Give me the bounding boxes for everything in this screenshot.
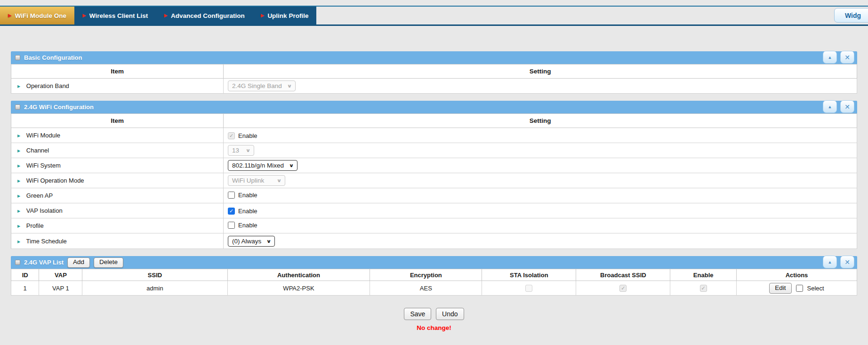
basic-configuration-table: Item Setting ▶ Operation Band 2.4G Singl… [11,64,857,94]
chevron-down-icon: ∨ [277,178,282,183]
column-header-setting: Setting [224,64,857,79]
vap-enable-checkbox[interactable]: ✓ [700,285,707,292]
footer-actions: Save Undo [11,308,857,320]
select-value: WiFi Uplink [232,177,264,184]
chevron-down-icon: ∨ [246,148,251,153]
row-bullet-icon: ▶ [17,149,20,153]
close-icon: ✕ [844,103,850,111]
row-bullet-icon: ▶ [17,84,20,88]
select-value: 802.11b/g/n Mixed [232,162,284,169]
row-bullet-icon: ▶ [17,209,20,213]
vap-isolation-enable-checkbox[interactable]: ✓ [228,208,235,215]
select-value: 2.4G Single Band [232,82,282,89]
channel-select[interactable]: 13 ∨ [228,145,254,156]
edit-vap-button[interactable]: Edit [769,283,791,294]
delete-vap-button[interactable]: Delete [94,257,123,268]
chevron-down-icon: ∨ [287,83,292,88]
select-vap-checkbox[interactable] [796,285,803,292]
section-square-icon [15,104,20,110]
row-label-profile: Profile [26,222,44,229]
checkmark-icon: ✓ [229,209,233,214]
column-header-item: Item [11,114,224,128]
green-ap-enable-checkbox[interactable] [228,192,235,199]
tab-uplink-profile[interactable]: ▶ Uplink Profile [253,7,317,24]
checkbox-label: Enable [238,132,257,139]
table-row: ▶ WiFi Module ✓ Enable [11,128,857,143]
tab-arrow-icon: ▶ [164,13,168,18]
column-header-encryption: Encryption [370,269,482,281]
section-vap-list: 2.4G VAP List Add Delete ▲ ✕ ID VAP SSID… [11,256,857,296]
sta-isolation-checkbox[interactable] [525,285,532,292]
table-row: ▶ Operation Band 2.4G Single Band ∨ [11,79,857,94]
collapse-section-button[interactable]: ▲ [823,256,837,268]
tab-arrow-icon: ▶ [8,13,12,18]
close-section-button[interactable]: ✕ [840,51,854,64]
chevron-down-icon: ∨ [289,163,294,168]
row-label-wifi-system: WiFi System [26,162,61,169]
tab-wifi-module-one[interactable]: ▶ WiFi Module One [0,7,74,24]
section-header-vap-list: 2.4G VAP List Add Delete ▲ ✕ [11,256,857,269]
checkmark-icon: ✓ [701,286,706,291]
column-header-setting: Setting [224,114,857,128]
table-row: ▶ Green AP Enable [11,188,857,203]
close-section-button[interactable]: ✕ [840,100,854,113]
section-basic-configuration: Basic Configuration ▲ ✕ Item Setting ▶ O… [11,51,857,94]
column-header-vap: VAP [39,269,82,281]
row-bullet-icon: ▶ [17,240,20,244]
column-header-id: ID [11,269,39,281]
top-navigation-bar: ▶ WiFi Module One ▶ Wireless Client List… [0,6,868,26]
row-label-vap-isolation: VAP Isolation [26,207,63,214]
cell-authentication: WPA2-PSK [227,281,370,296]
row-label-green-ap: Green AP [26,192,53,199]
tab-wireless-client-list[interactable]: ▶ Wireless Client List [74,7,156,24]
section-wifi-configuration: 2.4G WiFi Configuration ▲ ✕ Item Setting… [11,101,857,249]
broadcast-ssid-checkbox[interactable]: ✓ [619,285,627,292]
wifi-operation-mode-select[interactable]: WiFi Uplink ∨ [228,175,285,186]
close-section-button[interactable]: ✕ [840,256,854,268]
widget-button[interactable]: Widg [834,8,868,23]
column-header-enable: Enable [670,269,737,281]
select-checkbox-label: Select [807,285,824,292]
section-square-icon [15,55,20,60]
time-schedule-select[interactable]: (0) Always ∨ [228,236,275,247]
cell-ssid: admin [82,281,227,296]
row-label-operation-band: Operation Band [26,82,69,89]
row-bullet-icon: ▶ [17,224,20,228]
section-title: 2.4G WiFi Configuration [24,104,94,111]
operation-band-select[interactable]: 2.4G Single Band ∨ [228,80,296,91]
table-row: ▶ Time Schedule (0) Always ∨ [11,233,857,249]
add-vap-button[interactable]: Add [67,257,90,268]
column-header-broadcast-ssid: Broadcast SSID [576,269,670,281]
checkmark-icon: ✓ [621,286,625,291]
row-label-time-schedule: Time Schedule [26,238,67,245]
wifi-system-select[interactable]: 802.11b/g/n Mixed ∨ [228,160,297,171]
chevron-down-icon: ∨ [266,239,272,244]
row-label-wifi-module: WiFi Module [26,132,60,139]
section-header-wifi-configuration: 2.4G WiFi Configuration ▲ ✕ [11,101,857,113]
undo-button[interactable]: Undo [436,308,464,320]
row-label-wifi-operation-mode: WiFi Operation Mode [26,177,84,184]
collapse-icon: ▲ [828,55,832,60]
nav-tabs: ▶ WiFi Module One ▶ Wireless Client List… [0,7,316,24]
cell-id: 1 [11,281,39,296]
section-title: 2.4G VAP List [24,259,64,266]
table-row: ▶ Profile Enable [11,218,857,233]
wifi-configuration-table: Item Setting ▶ WiFi Module ✓ Enable ▶ [11,113,857,249]
wifi-module-enable-checkbox[interactable]: ✓ [228,132,235,139]
row-label-channel: Channel [26,147,49,154]
collapse-section-button[interactable]: ▲ [823,51,837,64]
checkmark-icon: ✓ [229,133,233,138]
tab-label: Advanced Configuration [171,12,245,19]
tab-label: Uplink Profile [267,12,308,19]
collapse-icon: ▲ [828,104,832,109]
tab-advanced-configuration[interactable]: ▶ Advanced Configuration [156,7,252,24]
close-icon: ✕ [844,54,850,61]
save-button[interactable]: Save [404,308,431,320]
table-row: ▶ Channel 13 ∨ [11,143,857,158]
cell-vap: VAP 1 [39,281,82,296]
table-row: ▶ WiFi System 802.11b/g/n Mixed ∨ [11,158,857,173]
profile-enable-checkbox[interactable] [228,222,235,229]
collapse-section-button[interactable]: ▲ [823,100,837,113]
cell-encryption: AES [370,281,482,296]
row-bullet-icon: ▶ [17,164,20,168]
